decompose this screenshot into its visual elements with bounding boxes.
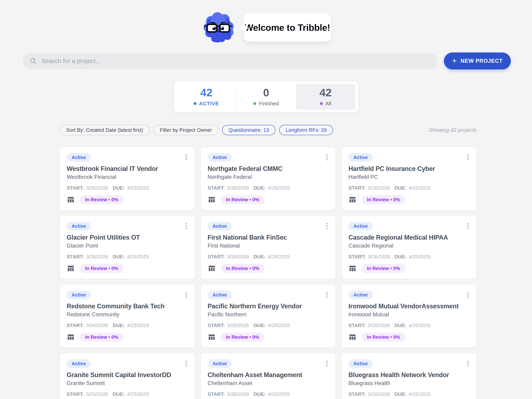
due-date: 4/25/2025 <box>127 391 149 397</box>
project-company: Redstone Community <box>67 311 188 318</box>
due-date: 4/25/2025 <box>409 254 431 260</box>
due-date: 4/25/2025 <box>268 323 290 328</box>
status-badge: Active <box>208 291 232 299</box>
welcome-speech-bubble: Welcome to Tribble! <box>244 13 331 42</box>
table-icon <box>208 196 216 204</box>
project-dates: START: 3/26/2026 DUE: 4/25/2025 <box>348 391 469 397</box>
progress-badge: In Review • 0% <box>221 195 265 204</box>
project-title[interactable]: Redstone Community Bank Tech <box>67 303 188 310</box>
progress-badge: In Review • 0% <box>361 333 405 342</box>
project-dates: START: 3/26/2026 DUE: 4/25/2025 <box>208 254 329 260</box>
stats-segment-finished[interactable]: 0 Finished <box>236 84 296 110</box>
project-card[interactable]: Active Northgate Federal CMMC Northgate … <box>201 147 336 210</box>
card-footer: In Review • 0% <box>208 333 329 342</box>
search-bar[interactable] <box>22 53 437 69</box>
kebab-menu-icon[interactable] <box>466 153 469 162</box>
start-date: 3/26/2026 <box>86 391 108 397</box>
kebab-menu-icon[interactable] <box>466 359 469 368</box>
kebab-menu-icon[interactable] <box>325 153 329 162</box>
sort-by-chip[interactable]: Sort By: Created Date (latest first) <box>60 125 149 135</box>
project-title[interactable]: Bluegrass Health Network Vendor <box>348 371 469 379</box>
search-input[interactable] <box>42 57 431 64</box>
table-icon <box>208 333 216 341</box>
kebab-menu-icon[interactable] <box>184 291 188 299</box>
start-label: START: <box>67 254 84 260</box>
due-label: DUE: <box>113 323 125 328</box>
project-card[interactable]: Active Pacific Northern Energy Vendor Pa… <box>201 284 336 348</box>
stats-segment-all[interactable]: 42 All <box>296 84 355 110</box>
start-label: START: <box>67 185 84 191</box>
table-icon <box>67 264 75 273</box>
project-title[interactable]: Westbrook Financial IT Vendor <box>67 165 188 173</box>
project-card[interactable]: Active Cheltenham Asset Management Chelt… <box>201 353 336 399</box>
project-title[interactable]: Cascade Regional Medical HIPAA <box>348 234 469 241</box>
project-company: Pacific Northern <box>208 311 329 318</box>
project-title[interactable]: Northgate Federal CMMC <box>208 165 329 173</box>
card-footer: In Review • 0% <box>348 195 469 204</box>
welcome-text: Welcome to Tribble! <box>245 22 330 33</box>
card-footer: In Review • 0% <box>67 195 188 204</box>
stats-card: 42 ACTIVE 0 Finished 42 All <box>174 81 358 112</box>
kebab-menu-icon[interactable] <box>184 153 188 162</box>
status-badge: Active <box>67 153 91 162</box>
card-header: Active <box>67 153 188 162</box>
stats-section: 42 ACTIVE 0 Finished 42 All <box>0 81 532 112</box>
project-title[interactable]: Pacific Northern Energy Vendor <box>208 303 329 310</box>
card-footer: In Review • 0% <box>348 333 469 342</box>
due-date: 4/25/2025 <box>127 185 149 191</box>
project-title[interactable]: Cheltenham Asset Management <box>208 371 329 379</box>
kebab-menu-icon[interactable] <box>184 359 188 368</box>
longform-rfx-chip[interactable]: Longform RFx: 29 <box>279 125 333 135</box>
due-label: DUE: <box>254 254 266 260</box>
card-header: Active <box>67 222 188 231</box>
start-date: 3/26/2026 <box>368 323 390 328</box>
status-badge: Active <box>67 222 91 231</box>
project-card[interactable]: Active Hartfield PC Insurance Cyber Hart… <box>342 147 476 210</box>
status-badge: Active <box>208 359 232 368</box>
questionnaire-chip[interactable]: Questionnaire: 13 <box>222 125 275 135</box>
progress-badge: In Review • 0% <box>221 333 265 342</box>
project-card[interactable]: Active First National Bank FinSec First … <box>201 216 336 279</box>
project-card[interactable]: Active Glacier Point Utilities OT Glacie… <box>60 216 195 279</box>
stats-segment-active[interactable]: 42 ACTIVE <box>177 84 236 110</box>
project-dates: START: 3/26/2026 DUE: 4/25/2025 <box>67 391 188 397</box>
kebab-menu-icon[interactable] <box>325 222 329 231</box>
showing-count-text: Showing 42 projects <box>429 127 476 133</box>
project-title[interactable]: Glacier Point Utilities OT <box>67 234 188 241</box>
project-dates: START: 3/26/2026 DUE: 4/25/2025 <box>208 323 329 328</box>
project-title[interactable]: Ironwood Mutual VendorAssessment <box>348 303 469 310</box>
due-label: DUE: <box>113 391 125 397</box>
card-header: Active <box>348 291 469 299</box>
progress-badge: In Review • 0% <box>80 264 124 273</box>
new-project-label: NEW PROJECT <box>461 58 503 64</box>
project-card[interactable]: Active Cascade Regional Medical HIPAA Ca… <box>342 216 476 279</box>
project-card[interactable]: Active Bluegrass Health Network Vendor B… <box>342 353 476 399</box>
project-dates: START: 3/26/2026 DUE: 4/25/2025 <box>348 323 469 328</box>
kebab-menu-icon[interactable] <box>325 359 329 368</box>
table-icon <box>348 264 357 273</box>
filter-owner-chip[interactable]: Filter by Project Owner <box>153 125 218 135</box>
status-badge: Active <box>348 153 373 162</box>
kebab-menu-icon[interactable] <box>325 291 329 299</box>
start-date: 3/26/2026 <box>368 254 390 260</box>
card-header: Active <box>67 359 188 368</box>
card-header: Active <box>348 153 469 162</box>
new-project-button[interactable]: + NEW PROJECT <box>444 52 511 69</box>
kebab-menu-icon[interactable] <box>184 222 188 231</box>
project-card[interactable]: Active Ironwood Mutual VendorAssessment … <box>342 284 476 348</box>
start-date: 3/26/2026 <box>227 323 249 328</box>
project-title[interactable]: First National Bank FinSec <box>208 234 329 241</box>
project-title[interactable]: Hartfield PC Insurance Cyber <box>348 165 469 173</box>
project-card[interactable]: Active Granite Summit Capital InvestorDD… <box>60 353 195 399</box>
kebab-menu-icon[interactable] <box>466 291 469 299</box>
card-footer: In Review • 0% <box>67 333 188 342</box>
project-card[interactable]: Active Westbrook Financial IT Vendor Wes… <box>60 147 195 210</box>
card-footer: In Review • 0% <box>348 264 469 273</box>
project-card[interactable]: Active Redstone Community Bank Tech Reds… <box>60 284 195 348</box>
start-date: 3/26/2026 <box>86 323 108 328</box>
tribble-mascot-logo <box>202 9 234 44</box>
kebab-menu-icon[interactable] <box>466 222 469 231</box>
table-icon <box>348 196 357 204</box>
project-title[interactable]: Granite Summit Capital InvestorDD <box>67 371 188 379</box>
all-label: All <box>325 100 331 106</box>
